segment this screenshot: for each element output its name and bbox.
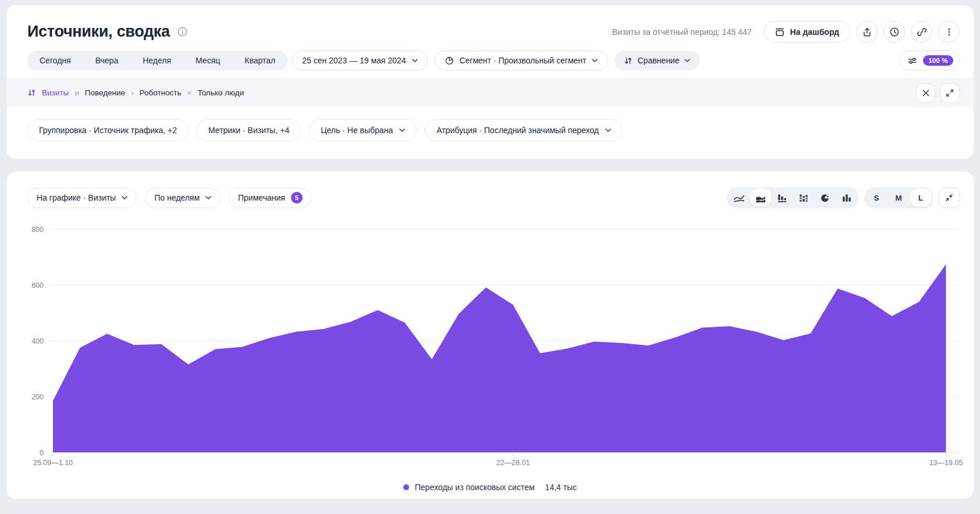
share-icon [862, 27, 872, 37]
x-axis-label: 22—28.01 [496, 459, 530, 467]
page: Источники, сводка Визиты за отчётный пер… [0, 5, 980, 499]
on-chart-metric-dropdown[interactable]: На графике · Визиты [27, 188, 137, 208]
segment-label: Сегмент · Произвольный сегмент [459, 56, 586, 65]
tab-month[interactable]: Месяц [183, 51, 232, 70]
clock-icon [889, 27, 900, 37]
chevron-down-icon [399, 128, 405, 132]
y-axis-label: 200 [31, 393, 44, 401]
kebab-icon [944, 27, 954, 37]
chevron-down-icon [592, 59, 598, 62]
chart-size-switcher: S M L [864, 187, 933, 208]
compare-icon [624, 56, 633, 65]
link-icon [917, 27, 927, 37]
sliders-icon [907, 56, 918, 66]
share-button[interactable] [856, 21, 878, 42]
filter-value-link[interactable]: Только люди [197, 88, 244, 97]
attribution-label: Атрибуция · Последний значимый переход [436, 126, 599, 135]
bar-chart-icon [776, 193, 788, 203]
y-axis-label: 800 [31, 226, 44, 234]
to-dashboard-label: На дашборд [790, 27, 839, 37]
chart-type-columns-button[interactable] [836, 188, 857, 207]
chart-type-line-button[interactable] [728, 188, 750, 207]
date-range-picker[interactable]: 25 сен 2023 — 19 мая 2024 [292, 51, 428, 70]
expand-icon [945, 88, 954, 98]
tab-week[interactable]: Неделя [130, 51, 183, 70]
grouping-chip[interactable]: Группировка · Источник трафика, +2 [27, 119, 189, 141]
copy-link-button[interactable] [911, 21, 932, 42]
attribution-chip[interactable]: Атрибуция · Последний значимый переход [425, 119, 623, 141]
pie-chart-icon [819, 193, 830, 203]
granularity-dropdown[interactable]: По неделям [145, 188, 221, 208]
report-settings-chips: Группировка · Источник трафика, +2 Метри… [27, 119, 960, 141]
filter-attribute-link[interactable]: Роботность [140, 88, 182, 97]
dashboard-icon [775, 27, 785, 37]
visits-area-chart[interactable]: 020040060080025.09—1.1022—28.0113—19.05 [6, 208, 974, 476]
legend-series-total: 14,4 тыс [545, 483, 577, 492]
chevron-down-icon [605, 128, 611, 132]
metrics-chip[interactable]: Метрики · Визиты, +4 [197, 119, 301, 141]
tab-quarter[interactable]: Квартал [232, 51, 287, 70]
line-chart-icon [733, 193, 745, 203]
segmentation-actions [916, 83, 960, 103]
filter-separator: › [131, 88, 134, 97]
more-button[interactable] [938, 21, 960, 42]
notes-count-badge: 5 [291, 192, 303, 204]
grouping-label: Группировка · Источник трафика, +2 [39, 126, 177, 135]
chevron-down-icon [205, 196, 211, 199]
chevron-down-icon [684, 59, 690, 62]
chart-card: На графике · Визиты По неделям Примечани… [6, 172, 974, 499]
tab-today[interactable]: Сегодня [27, 51, 83, 70]
chart-type-pie-button[interactable] [814, 188, 836, 207]
size-s-button[interactable]: S [865, 188, 887, 207]
history-button[interactable] [883, 21, 905, 42]
page-title: Источники, сводка [27, 23, 170, 41]
metric-compare-icon [27, 88, 36, 97]
collapse-icon [945, 193, 954, 202]
info-icon[interactable] [177, 27, 187, 37]
report-header-card: Источники, сводка Визиты за отчётный пер… [6, 5, 974, 159]
segment-dropdown[interactable]: Сегмент · Произвольный сегмент [435, 51, 607, 70]
goal-label: Цель · Не выбрана [321, 126, 393, 135]
x-axis-label: 25.09—1.10 [33, 459, 73, 467]
goal-chip[interactable]: Цель · Не выбрана [309, 119, 417, 141]
area-series[interactable] [53, 265, 946, 453]
filter-operator: = [187, 88, 192, 97]
sampling-badge: 100 % [923, 55, 953, 66]
chart-type-area-button[interactable] [750, 188, 771, 207]
header-row: Источники, сводка Визиты за отчётный пер… [6, 5, 974, 42]
chart-type-stacked-button[interactable] [793, 188, 814, 207]
y-axis-label: 600 [31, 281, 44, 290]
y-axis-label: 400 [31, 337, 44, 345]
granularity-label: По неделям [154, 193, 200, 202]
compare-label: Сравнение [638, 56, 680, 65]
stacked-chart-icon [798, 193, 809, 203]
chart-view-controls: S M L [727, 187, 960, 208]
legend-dot [403, 484, 409, 490]
tab-yesterday[interactable]: Вчера [83, 51, 131, 70]
notes-button[interactable]: Примечания 5 [229, 188, 312, 208]
legend-series-name: Переходы из поисковых систем [415, 483, 535, 492]
filter-metric-link[interactable]: Визиты [42, 88, 69, 97]
x-axis-label: 13—19.05 [929, 459, 963, 467]
chart-type-bar-button[interactable] [771, 188, 793, 207]
filter-group-link[interactable]: Поведение [85, 88, 125, 97]
compare-dropdown[interactable]: Сравнение [615, 51, 700, 70]
expand-segmentation-button[interactable] [940, 83, 960, 103]
size-l-button[interactable]: L [910, 188, 932, 207]
collapse-chart-button[interactable] [939, 187, 960, 208]
metrics-label: Метрики · Визиты, +4 [208, 126, 289, 135]
size-m-button[interactable]: M [887, 188, 910, 207]
chart-type-switcher [727, 187, 858, 208]
period-toolbar: Сегодня Вчера Неделя Месяц Квартал 25 се… [27, 51, 960, 70]
filter-conjunction: и [74, 88, 79, 97]
chevron-down-icon [412, 59, 418, 62]
chart-controls: На графике · Визиты По неделям Примечани… [6, 172, 974, 208]
period-tabs: Сегодня Вчера Неделя Месяц Квартал [27, 51, 287, 70]
to-dashboard-button[interactable]: На дашборд [764, 21, 850, 42]
clear-segmentation-button[interactable] [916, 83, 936, 103]
close-icon [922, 89, 930, 97]
y-axis-label: 0 [40, 449, 44, 457]
sampling-button[interactable]: 100 % [900, 51, 960, 70]
visits-summary: Визиты за отчётный период: 145 447 [612, 27, 752, 37]
chart-legend[interactable]: Переходы из поисковых систем 14,4 тыс [6, 483, 974, 492]
